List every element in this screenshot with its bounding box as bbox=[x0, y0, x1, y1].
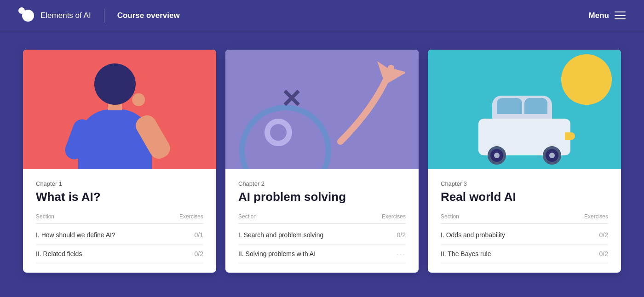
card-chapter-3[interactable]: Chapter 3 Real world AI Section Exercise… bbox=[428, 50, 621, 273]
arrow-icon bbox=[331, 59, 405, 151]
table-row[interactable]: I. Odds and probability 0/2 bbox=[441, 226, 608, 245]
section-3-2-exercises: 0/2 bbox=[599, 250, 608, 257]
exercises-col-label-3: Exercises bbox=[584, 213, 608, 220]
section-2-1-exercises: 0/2 bbox=[397, 231, 406, 239]
logo[interactable]: Elements of AI bbox=[18, 7, 91, 24]
section-2-1-name: I. Search and problem solving bbox=[238, 231, 323, 239]
card2-content: Chapter 2 AI problem solving Section Exe… bbox=[225, 169, 419, 273]
card2-illustration: ✕ bbox=[225, 50, 419, 169]
course-overview-label: Course overview bbox=[117, 11, 180, 20]
table-row[interactable]: I. How should we define AI? 0/1 bbox=[36, 226, 203, 245]
chapter3-title: Real world AI bbox=[441, 190, 608, 204]
exercises-col-label-1: Exercises bbox=[179, 213, 203, 220]
section-col-label-3: Section bbox=[441, 213, 459, 220]
table-row[interactable]: II. Solving problems with AI --- bbox=[238, 245, 406, 263]
app-title: Elements of AI bbox=[40, 11, 91, 20]
header: Elements of AI Course overview Menu bbox=[0, 0, 644, 31]
sections-header-2: Section Exercises bbox=[238, 213, 406, 224]
hamburger-icon bbox=[615, 11, 626, 20]
section-1-1-name: I. How should we define AI? bbox=[36, 231, 115, 239]
card1-content: Chapter 1 What is AI? Section Exercises … bbox=[23, 169, 216, 273]
car-icon bbox=[478, 119, 570, 155]
chapter2-sections: Section Exercises I. Search and problem … bbox=[238, 213, 406, 263]
sections-header-3: Section Exercises bbox=[441, 213, 608, 224]
card-chapter-2[interactable]: ✕ Chapter 2 AI problem solving Section E… bbox=[225, 50, 419, 273]
table-row[interactable]: II. Related fields 0/2 bbox=[36, 245, 203, 263]
card1-illustration bbox=[23, 50, 216, 169]
sun-icon bbox=[561, 54, 612, 105]
section-3-1-exercises: 0/2 bbox=[599, 231, 608, 239]
chapter1-label: Chapter 1 bbox=[36, 180, 203, 187]
cross-icon: ✕ bbox=[281, 86, 302, 112]
menu-label: Menu bbox=[589, 11, 609, 20]
chapter2-label: Chapter 2 bbox=[238, 180, 406, 187]
logo-icon bbox=[18, 7, 35, 24]
section-2-2-name: II. Solving problems with AI bbox=[238, 250, 316, 257]
section-3-1-name: I. Odds and probability bbox=[441, 231, 505, 239]
section-1-1-exercises: 0/1 bbox=[195, 231, 203, 239]
chapter3-sections: Section Exercises I. Odds and probabilit… bbox=[441, 213, 608, 263]
chapter2-title: AI problem solving bbox=[238, 190, 406, 204]
section-col-label-2: Section bbox=[238, 213, 257, 220]
section-1-2-name: II. Related fields bbox=[36, 250, 82, 257]
chapter1-sections: Section Exercises I. How should we defin… bbox=[36, 213, 203, 263]
table-row[interactable]: II. The Bayes rule 0/2 bbox=[441, 245, 608, 263]
card-chapter-1[interactable]: Chapter 1 What is AI? Section Exercises … bbox=[23, 50, 216, 273]
course-cards-container: Chapter 1 What is AI? Section Exercises … bbox=[0, 31, 644, 273]
header-divider bbox=[104, 9, 104, 23]
section-3-2-name: II. The Bayes rule bbox=[441, 250, 491, 257]
section-col-label-1: Section bbox=[36, 213, 54, 220]
chapter1-title: What is AI? bbox=[36, 190, 203, 204]
table-row[interactable]: I. Search and problem solving 0/2 bbox=[238, 226, 406, 245]
card3-illustration bbox=[428, 50, 621, 169]
exercises-col-label-2: Exercises bbox=[382, 213, 406, 220]
section-2-2-exercises: --- bbox=[397, 250, 406, 257]
card3-content: Chapter 3 Real world AI Section Exercise… bbox=[428, 169, 621, 273]
menu-button[interactable]: Menu bbox=[589, 11, 626, 20]
sections-header-1: Section Exercises bbox=[36, 213, 203, 224]
section-1-2-exercises: 0/2 bbox=[195, 250, 203, 257]
chapter3-label: Chapter 3 bbox=[441, 180, 608, 187]
